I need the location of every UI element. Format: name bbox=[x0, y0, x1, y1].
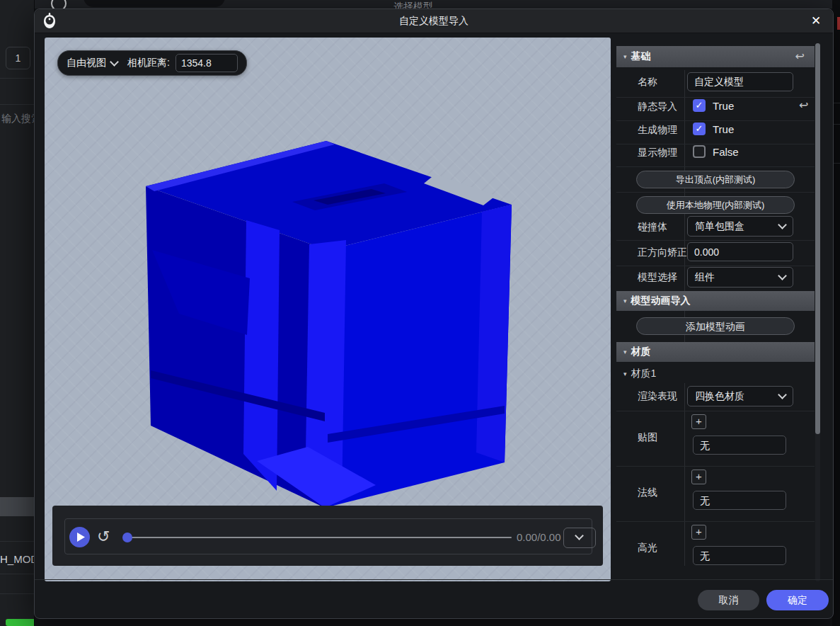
model-select-label: 模型选择 bbox=[638, 271, 677, 284]
dialog-title: 自定义模型导入 bbox=[35, 9, 833, 33]
specular-field[interactable]: 无 bbox=[693, 546, 786, 565]
material1-label: 材质1 bbox=[631, 368, 657, 380]
page-number-button[interactable]: 1 bbox=[6, 47, 30, 69]
show-physics-label: 显示物理 bbox=[638, 147, 677, 159]
orientation-input[interactable] bbox=[688, 243, 805, 261]
specular-label: 高光 bbox=[638, 542, 657, 554]
section-basic-label: 基础 bbox=[631, 50, 651, 63]
section-material-label: 材质 bbox=[631, 346, 651, 358]
background-tab-shape bbox=[84, 0, 225, 7]
footer-divider bbox=[35, 579, 833, 580]
collapse-triangle-icon: ▾ bbox=[623, 53, 627, 60]
gen-physics-label: 生成物理 bbox=[638, 124, 677, 137]
confirm-button[interactable]: 确定 bbox=[766, 590, 829, 610]
static-import-value: True bbox=[713, 100, 734, 112]
scrollbar-thumb[interactable] bbox=[815, 43, 820, 434]
chevron-down-icon bbox=[575, 531, 584, 540]
name-input[interactable] bbox=[688, 73, 805, 91]
slider-thumb[interactable] bbox=[122, 533, 132, 542]
view-controls: 自由视图 相机距离: bbox=[57, 50, 247, 76]
collapse-triangle-icon: ▾ bbox=[623, 370, 627, 377]
model-name-text: H_MODE bbox=[0, 553, 35, 565]
cancel-button[interactable]: 取消 bbox=[698, 590, 759, 610]
background-left-sidebar: 1 输入搜索 H_MODE bbox=[0, 0, 35, 626]
static-import-checkbox[interactable]: ✓ bbox=[693, 99, 706, 112]
reset-icon[interactable]: ↺ bbox=[97, 526, 110, 547]
status-green-indicator bbox=[6, 619, 35, 626]
undo-icon[interactable]: ↩ bbox=[795, 51, 805, 62]
texture-label: 贴图 bbox=[638, 431, 657, 444]
crate-3d-model bbox=[45, 38, 611, 581]
playback-bar: ↺ 0.00/0.00 bbox=[52, 506, 603, 566]
model-select-dropdown[interactable]: 组件 bbox=[687, 267, 793, 288]
collapse-triangle-icon: ▾ bbox=[623, 348, 627, 355]
add-animation-button[interactable]: 添加模型动画 bbox=[636, 317, 795, 335]
camera-distance-label: 相机距离: bbox=[127, 57, 170, 69]
camera-distance-input[interactable] bbox=[176, 54, 238, 72]
properties-panel: ▾ 基础 ↩ 名称 静态导入 ✓ True ↩ 生成物理 ✓ True 显示物理… bbox=[616, 38, 826, 581]
export-vertices-button[interactable]: 导出顶点(内部测试) bbox=[636, 171, 795, 188]
close-icon[interactable]: ✕ bbox=[807, 13, 824, 30]
model-viewport[interactable]: 自由视图 相机距离: ↺ 0.00/0.00 bbox=[45, 38, 611, 581]
material1-subheader[interactable]: ▾ 材质1 bbox=[623, 368, 656, 380]
section-basic-header[interactable]: ▾ 基础 ↩ bbox=[616, 46, 815, 67]
view-mode-dropdown[interactable]: 自由视图 bbox=[67, 57, 117, 69]
add-specular-button[interactable]: + bbox=[691, 525, 706, 540]
gen-physics-value: True bbox=[713, 123, 734, 135]
collapse-triangle-icon: ▾ bbox=[623, 297, 627, 305]
playback-time: 0.00/0.00 bbox=[517, 531, 561, 543]
add-texture-button[interactable]: + bbox=[691, 414, 706, 429]
chevron-down-icon bbox=[778, 220, 787, 229]
custom-model-import-dialog: 自定义模型导入 ✕ bbox=[34, 8, 834, 619]
section-material-header[interactable]: ▾ 材质 bbox=[616, 342, 815, 362]
show-physics-value: False bbox=[713, 146, 739, 158]
normal-label: 法线 bbox=[638, 486, 657, 499]
chevron-down-icon bbox=[110, 57, 119, 67]
timeline-slider[interactable] bbox=[124, 537, 512, 538]
search-input[interactable]: 输入搜索 bbox=[1, 113, 35, 125]
app-logo-icon bbox=[41, 12, 58, 33]
background-title: 选择模型 bbox=[393, 1, 433, 8]
render-value: 四换色材质 bbox=[695, 390, 744, 403]
play-button[interactable] bbox=[69, 527, 90, 547]
texture-field[interactable]: 无 bbox=[693, 436, 786, 455]
dialog-titlebar: 自定义模型导入 ✕ bbox=[35, 9, 833, 33]
normal-field[interactable]: 无 bbox=[693, 491, 786, 510]
add-normal-button[interactable]: + bbox=[691, 470, 706, 484]
render-label: 渲染表现 bbox=[638, 390, 677, 403]
background-red-fragment bbox=[837, 17, 840, 30]
name-label: 名称 bbox=[638, 76, 657, 89]
name-field[interactable] bbox=[687, 72, 793, 91]
collider-dropdown[interactable]: 简单包围盒 bbox=[687, 216, 793, 237]
animation-select-dropdown[interactable] bbox=[563, 528, 596, 548]
background-list-item[interactable] bbox=[0, 497, 34, 516]
model-select-value: 组件 bbox=[695, 271, 715, 284]
render-dropdown[interactable]: 四换色材质 bbox=[687, 386, 793, 406]
background-top-bar: 选择模型 bbox=[34, 0, 840, 8]
use-local-physics-button[interactable]: 使用本地物理(内部测试) bbox=[636, 196, 795, 214]
undo-icon[interactable]: ↩ bbox=[799, 100, 808, 111]
show-physics-checkbox[interactable] bbox=[693, 145, 706, 158]
panel-scrollbar[interactable] bbox=[815, 43, 820, 581]
static-import-label: 静态导入 bbox=[638, 101, 677, 113]
chevron-down-icon bbox=[778, 271, 787, 280]
view-mode-value: 自由视图 bbox=[67, 57, 106, 69]
collider-label: 碰撞体 bbox=[638, 221, 667, 234]
orientation-label: 正方向矫正 bbox=[638, 246, 687, 259]
chevron-down-icon bbox=[778, 390, 787, 399]
gen-physics-checkbox[interactable]: ✓ bbox=[693, 123, 706, 135]
section-anim-label: 模型动画导入 bbox=[631, 295, 691, 307]
background-icon bbox=[51, 0, 67, 8]
collider-value: 简单包围盒 bbox=[695, 220, 744, 233]
section-anim-header[interactable]: ▾ 模型动画导入 bbox=[616, 291, 815, 311]
orientation-field[interactable] bbox=[687, 242, 793, 261]
